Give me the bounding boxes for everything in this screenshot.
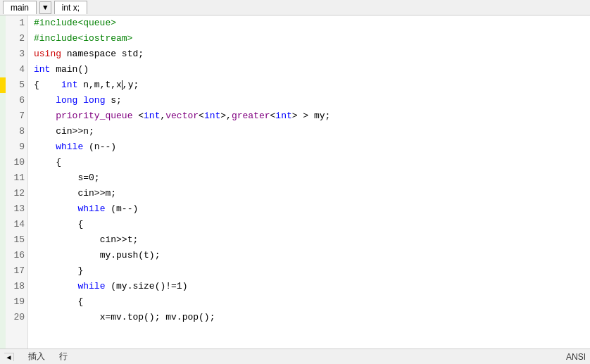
code-line: #include<queue> xyxy=(34,15,590,31)
line-numbers: 1234567891011121314151617181920 xyxy=(6,15,28,349)
line-number: 18 xyxy=(6,279,25,294)
tab-main[interactable]: main xyxy=(3,1,37,14)
code-line: cin>>n; xyxy=(34,124,590,139)
code-line: while (m--) xyxy=(34,201,590,217)
tab-intx-label: int x; xyxy=(62,3,80,13)
line-number: 16 xyxy=(6,248,25,263)
line-number: 17 xyxy=(6,263,25,279)
editor-container: 1234567891011121314151617181920 #include… xyxy=(0,15,590,349)
code-line: { xyxy=(34,294,590,310)
code-area[interactable]: #include<queue>#include<iostream>using n… xyxy=(28,15,590,349)
code-line: { xyxy=(34,155,590,170)
line-number: 11 xyxy=(6,170,25,186)
code-line: priority_queue <int,vector<int>,greater<… xyxy=(34,108,590,124)
tab-intx[interactable]: int x; xyxy=(54,1,87,14)
scroll-left-button[interactable]: ◄ xyxy=(4,353,14,361)
line-number: 2 xyxy=(6,31,25,46)
line-number: 14 xyxy=(6,217,25,232)
line-number: 19 xyxy=(6,294,25,310)
tab-main-label: main xyxy=(11,3,29,13)
code-line: int main() xyxy=(34,62,590,77)
gutter-mark xyxy=(0,77,6,93)
line-number: 10 xyxy=(6,155,25,170)
title-bar: main ▼ int x; xyxy=(0,0,590,15)
line-number: 3 xyxy=(6,46,25,62)
line-number: 4 xyxy=(6,62,25,77)
line-number: 12 xyxy=(6,186,25,201)
tab-dropdown-1[interactable]: ▼ xyxy=(39,1,51,14)
code-line: my.push(t); xyxy=(34,248,590,263)
line-number: 1 xyxy=(6,15,25,31)
code-line: #include<iostream> xyxy=(34,31,590,46)
line-number: 20 xyxy=(6,310,25,325)
code-line: s=0; xyxy=(34,170,590,186)
code-line: while (my.size()!=1) xyxy=(34,279,590,294)
line-number: 6 xyxy=(6,93,25,108)
code-line: } xyxy=(34,263,590,279)
insert-status: 插入 xyxy=(28,351,45,363)
status-bar: ◄ 插入 行 ANSI xyxy=(0,349,590,364)
code-line: { int n,m,t,x,y; xyxy=(34,77,590,93)
row-status: 行 xyxy=(59,351,68,363)
code-line: { xyxy=(34,217,590,232)
code-line: cin>>m; xyxy=(34,186,590,201)
line-number: 7 xyxy=(6,108,25,124)
code-line: long long s; xyxy=(34,93,590,108)
code-line: cin>>t; xyxy=(34,232,590,248)
line-number: 9 xyxy=(6,139,25,155)
line-number: 5 xyxy=(6,77,25,93)
line-number: 8 xyxy=(6,124,25,139)
line-number: 13 xyxy=(6,201,25,217)
line-number: 15 xyxy=(6,232,25,248)
gutter xyxy=(0,15,6,349)
code-line: while (n--) xyxy=(34,139,590,155)
code-line: using namespace std; xyxy=(34,46,590,62)
code-line: x=mv.top(); mv.pop(); xyxy=(34,310,590,325)
ansi-status: ANSI xyxy=(566,352,586,362)
